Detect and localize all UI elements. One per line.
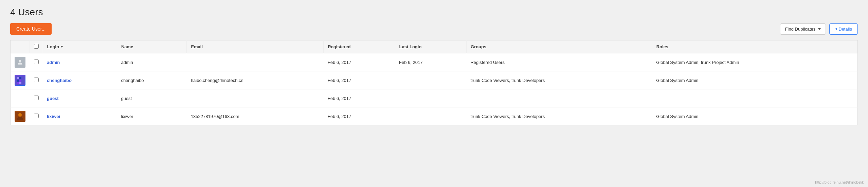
svg-point-0	[19, 60, 21, 62]
avatar-cell	[11, 107, 30, 125]
col-registered: Registered	[324, 40, 395, 53]
user-groups-cell: Registered Users	[466, 53, 652, 71]
table-row: adminadminFeb 6, 2017Feb 6, 2017Register…	[11, 53, 858, 71]
avatar-cell	[11, 71, 30, 89]
row-checkbox-cell	[30, 107, 43, 125]
svg-rect-3	[19, 77, 21, 79]
row-checkbox-cell	[30, 89, 43, 107]
col-login-label: Login	[47, 44, 59, 49]
col-login[interactable]: Login	[43, 40, 117, 53]
row-checkbox[interactable]	[34, 78, 39, 82]
avatar	[15, 57, 25, 68]
user-last-login-cell: Feb 6, 2017	[395, 53, 466, 71]
create-user-button[interactable]: Create User...	[10, 23, 52, 35]
avatar	[15, 75, 25, 86]
table-header-row: Login Name Email Registered Last Login G…	[11, 40, 858, 53]
user-email-cell: haibo.cheng@rhinotech.cn	[187, 71, 324, 89]
user-roles-cell: Global System Admin	[652, 107, 857, 125]
row-checkbox[interactable]	[34, 114, 39, 118]
user-last-login-cell	[395, 89, 466, 107]
user-login-cell: lixiwei	[43, 107, 117, 125]
row-checkbox[interactable]	[34, 96, 39, 100]
avatar-cell	[11, 89, 30, 107]
svg-rect-2	[17, 77, 19, 79]
user-login-link[interactable]: guest	[47, 96, 59, 101]
avatar	[15, 111, 25, 122]
row-checkbox[interactable]	[34, 60, 39, 64]
user-registered-cell: Feb 6, 2017	[324, 107, 395, 125]
user-registered-cell: Feb 6, 2017	[324, 53, 395, 71]
user-groups-cell: trunk Code Viewers, trunk Developers	[466, 71, 652, 89]
watermark: http://blog.feihu.net/rhinobelik	[815, 180, 864, 184]
page-container: 4 Users Create User... Find Duplicates D…	[0, 0, 868, 187]
user-last-login-cell	[395, 71, 466, 89]
svg-rect-6	[17, 82, 19, 84]
user-login-cell: chenghaibo	[43, 71, 117, 89]
table-row: chenghaibochenghaibohaibo.cheng@rhinotec…	[11, 71, 858, 89]
svg-point-9	[18, 113, 22, 117]
user-login-link[interactable]: lixiwei	[47, 114, 60, 119]
user-groups-cell: trunk Code Viewers, trunk Developers	[466, 107, 652, 125]
toolbar: Create User... Find Duplicates Details	[10, 23, 858, 35]
user-name-cell: guest	[117, 89, 187, 107]
user-groups-cell	[466, 89, 652, 107]
user-name-cell: admin	[117, 53, 187, 71]
table-row: lixiweilixiwei13522781970@163.comFeb 6, …	[11, 107, 858, 125]
find-duplicates-button[interactable]: Find Duplicates	[780, 23, 826, 35]
user-login-cell: admin	[43, 53, 117, 71]
toolbar-left: Create User...	[10, 23, 52, 35]
user-email-cell	[187, 89, 324, 107]
col-roles: Roles	[652, 40, 857, 53]
users-table: Login Name Email Registered Last Login G…	[10, 40, 858, 125]
chevron-left-icon	[835, 28, 837, 30]
user-roles-cell	[652, 89, 857, 107]
user-registered-cell: Feb 6, 2017	[324, 71, 395, 89]
col-groups: Groups	[466, 40, 652, 53]
avatar-cell	[11, 53, 30, 71]
user-roles-cell: Global System Admin	[652, 71, 857, 89]
svg-rect-7	[19, 82, 21, 84]
user-registered-cell: Feb 6, 2017	[324, 89, 395, 107]
svg-rect-4	[17, 80, 19, 82]
row-checkbox-cell	[30, 71, 43, 89]
table-row: guestguestFeb 6, 2017	[11, 89, 858, 107]
chevron-down-icon	[818, 28, 821, 30]
col-avatar	[11, 40, 30, 53]
details-label: Details	[838, 27, 852, 32]
col-last-login: Last Login	[395, 40, 466, 53]
col-email: Email	[187, 40, 324, 53]
page-title: 4 Users	[10, 7, 858, 18]
user-roles-cell: Global System Admin, trunk Project Admin	[652, 53, 857, 71]
user-email-cell: 13522781970@163.com	[187, 107, 324, 125]
col-select-all[interactable]	[30, 40, 43, 53]
user-login-link[interactable]: admin	[47, 60, 60, 65]
col-name: Name	[117, 40, 187, 53]
select-all-checkbox[interactable]	[34, 44, 39, 49]
user-name-cell: lixiwei	[117, 107, 187, 125]
svg-rect-5	[19, 80, 21, 82]
details-button[interactable]: Details	[829, 23, 858, 35]
user-email-cell	[187, 53, 324, 71]
toolbar-right: Find Duplicates Details	[780, 23, 858, 35]
user-name-cell: chenghaibo	[117, 71, 187, 89]
avatar-empty	[15, 93, 25, 104]
row-checkbox-cell	[30, 53, 43, 71]
users-tbody: adminadminFeb 6, 2017Feb 6, 2017Register…	[11, 53, 858, 125]
user-login-cell: guest	[43, 89, 117, 107]
sort-icon	[60, 46, 63, 48]
find-duplicates-label: Find Duplicates	[785, 27, 816, 32]
user-last-login-cell	[395, 107, 466, 125]
user-login-link[interactable]: chenghaibo	[47, 78, 72, 83]
